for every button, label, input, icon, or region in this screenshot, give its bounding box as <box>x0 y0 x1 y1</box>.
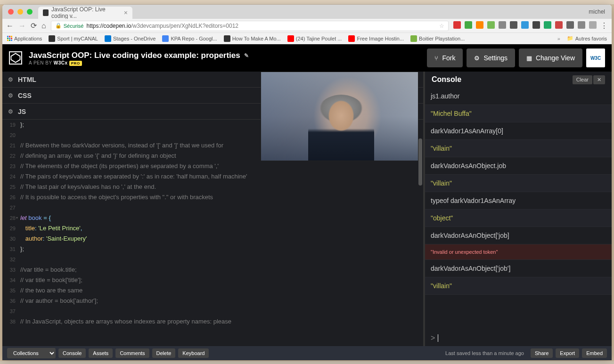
home-icon[interactable]: ⌂ <box>41 22 46 30</box>
macos-menubar <box>0 0 614 5</box>
code-line[interactable]: 38// In JavaScript, objects are arrays w… <box>2 316 423 327</box>
svg-marker-0 <box>11 53 20 62</box>
other-bookmarks[interactable]: 📁 Autres favoris <box>567 35 607 41</box>
footer-share-button[interactable]: Share <box>531 348 553 358</box>
code-line[interactable]: 29 title: 'Le Petit Prince', <box>2 223 423 234</box>
ext-icon[interactable] <box>578 21 585 29</box>
footer-export-button[interactable]: Export <box>556 348 579 358</box>
bookmark-item[interactable]: KPA Repo - Googl... <box>162 35 217 42</box>
ext-icon[interactable] <box>555 21 563 29</box>
menu-icon[interactable]: ⋮ <box>600 21 608 30</box>
ext-icon[interactable] <box>521 21 529 29</box>
apps-button[interactable]: Applications <box>7 36 42 41</box>
codepen-header: JavaScript OOP: Live coding video exampl… <box>2 44 612 72</box>
footer-keyboard-button[interactable]: Keyboard <box>178 348 209 358</box>
code-line[interactable]: 34// var title = book['title']; <box>2 275 423 285</box>
browser-tab[interactable]: JavaScript OOP: Live coding v... × <box>38 7 132 19</box>
ext-icon[interactable] <box>499 21 506 29</box>
bookmarks-overflow[interactable]: » <box>557 36 560 41</box>
secure-indicator: 🔒 Sécurisé <box>55 23 84 29</box>
code-line[interactable]: 32 <box>2 254 423 265</box>
console-output: js1.author"Michel Buffa"darkVador1AsAnAr… <box>425 88 612 330</box>
console-input-row: js1.author <box>425 88 612 105</box>
codepen-logo[interactable] <box>9 51 22 65</box>
console-output-row: "villain" <box>425 175 612 192</box>
code-line[interactable]: 35// the two are the same <box>2 285 423 296</box>
code-line[interactable]: 23// The elements of the object (its pro… <box>2 161 423 171</box>
code-line[interactable]: 28let book = { <box>2 213 423 223</box>
gear-icon[interactable]: ⚙ <box>8 108 13 115</box>
ext-icon[interactable] <box>465 21 472 29</box>
w3c-logo[interactable]: W3C <box>586 49 605 67</box>
back-icon[interactable]: ← <box>6 22 14 30</box>
code-line[interactable]: 33//var title = book.title; <box>2 265 423 275</box>
pen-byline: A PEN BY W3Cx PRO <box>29 60 249 65</box>
edit-title-icon[interactable]: ✎ <box>244 52 249 59</box>
ext-icon[interactable] <box>532 21 540 29</box>
tab-close-icon[interactable]: × <box>124 9 128 16</box>
bookmark-item[interactable]: Stages - OneDrive <box>105 35 156 42</box>
code-line[interactable]: 31}; <box>2 244 423 254</box>
console-input-row: darkVadorAsAnObject['job'] <box>425 260 612 277</box>
console-input[interactable] <box>441 334 606 342</box>
editor-scrollbar[interactable] <box>418 138 422 186</box>
ext-icon[interactable] <box>453 21 461 29</box>
bookmark-item[interactable]: Free Image Hostin... <box>348 35 404 42</box>
console-output-row: "object" <box>425 210 612 227</box>
collections-dropdown[interactable]: Collections <box>7 348 56 358</box>
macos-dock[interactable] <box>0 361 614 364</box>
code-line[interactable]: 24// The pairs of keys/values are separa… <box>2 171 423 182</box>
editor-column: ⚙ HTML ⚙ CSS ⚙ JS 19};2021// Between the… <box>2 72 423 346</box>
fork-button[interactable]: ⑂Fork <box>427 49 463 67</box>
change-view-button[interactable]: ▦Change View <box>519 49 582 67</box>
gear-icon[interactable]: ⚙ <box>8 92 13 99</box>
chrome-profile[interactable]: michel <box>582 8 612 15</box>
codepen-footer: Collections Console Assets Comments Dele… <box>2 346 612 360</box>
save-status: Last saved less than a minute ago <box>445 350 524 356</box>
console-clear-button[interactable]: Clear <box>573 75 592 84</box>
console-output-row: "villain" <box>425 140 612 157</box>
bookmark-item[interactable]: How To Make A Mo... <box>224 35 281 42</box>
window-maximize[interactable] <box>27 9 33 15</box>
footer-delete-button[interactable]: Delete <box>152 348 176 358</box>
ext-icon[interactable] <box>589 21 597 29</box>
star-icon[interactable]: ☆ <box>439 23 444 29</box>
console-input-row: darkVadorAsAnObject.job <box>425 157 612 175</box>
console-input-row: darkVador1AsAnArray[0] <box>425 122 612 140</box>
ext-icon[interactable] <box>510 21 517 29</box>
url-bar[interactable]: 🔒 Sécurisé https://codepen.io/w3devcampu… <box>51 21 449 31</box>
bookmark-item[interactable]: Boitier Playstation... <box>410 35 465 42</box>
console-panel: Console Clear ✕ js1.author"Michel Buffa"… <box>423 72 612 346</box>
window-minimize[interactable] <box>17 9 23 15</box>
bookmark-item[interactable]: Sport | myCANAL <box>49 35 98 42</box>
chrome-tabstrip: JavaScript OOP: Live coding v... × miche… <box>2 5 612 19</box>
gear-icon: ⚙ <box>474 55 480 62</box>
forward-icon[interactable]: → <box>18 22 26 30</box>
console-error-row: "Invalid or unexpected token" <box>425 244 612 260</box>
footer-console-button[interactable]: Console <box>58 348 86 358</box>
gear-icon[interactable]: ⚙ <box>8 76 13 83</box>
footer-comments-button[interactable]: Comments <box>115 348 149 358</box>
extension-icons: ⋮ <box>453 21 608 30</box>
bookmark-item[interactable]: (24) Tajine Poulet ... <box>287 35 342 42</box>
code-line[interactable]: 30 author: 'Saint-Exupery' <box>2 234 423 244</box>
console-close-button[interactable]: ✕ <box>593 75 605 84</box>
console-output-row: "villain" <box>425 277 612 295</box>
fork-icon: ⑂ <box>434 55 438 62</box>
code-line[interactable]: 26// It is possible to access the object… <box>2 192 423 202</box>
ext-icon[interactable] <box>487 21 495 29</box>
code-line[interactable]: 37 <box>2 306 423 316</box>
console-prompt[interactable]: > <box>425 330 612 346</box>
console-input-row: typeof darkVador1AsAnArray <box>425 192 612 210</box>
settings-button[interactable]: ⚙Settings <box>467 49 515 67</box>
window-close[interactable] <box>8 9 14 15</box>
ext-icon[interactable] <box>544 21 551 29</box>
footer-assets-button[interactable]: Assets <box>89 348 113 358</box>
code-line[interactable]: 25// The last pair of keys/values has no… <box>2 182 423 192</box>
footer-embed-button[interactable]: Embed <box>582 348 607 358</box>
code-line[interactable]: 27 <box>2 202 423 213</box>
reload-icon[interactable]: ⟳ <box>31 21 37 30</box>
ext-icon[interactable] <box>566 21 574 29</box>
code-line[interactable]: 36// var author = book['author']; <box>2 296 423 306</box>
ext-icon[interactable] <box>476 21 483 29</box>
